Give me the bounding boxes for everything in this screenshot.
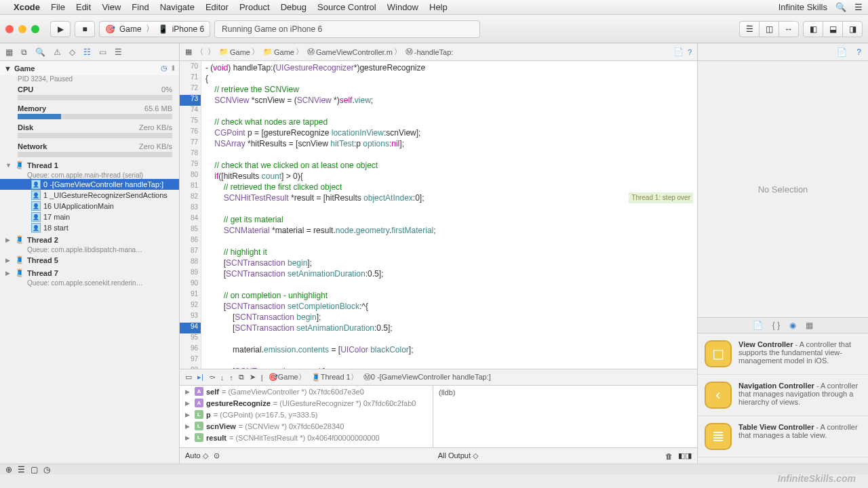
thread-row[interactable]: ▶ 🧵Thread 7	[0, 266, 179, 279]
library-item[interactable]: ◻ View Controller - A controller that su…	[698, 333, 868, 375]
file-inspector-tab-icon[interactable]: 📄	[837, 47, 847, 57]
scheme-app-icon: 🎯	[105, 24, 115, 34]
menu-source-control[interactable]: Source Control	[317, 2, 376, 12]
menubar-right-label: Infinite Skills	[778, 2, 827, 12]
run-button[interactable]: ▶	[50, 21, 71, 37]
library-item[interactable]: ≣ Table View Controller - A controller t…	[698, 416, 868, 458]
toggle-debug-button[interactable]: ⬓	[823, 21, 843, 37]
console-pane-toggle[interactable]: ◧◨	[678, 451, 692, 460]
menu-app[interactable]: Xcode	[14, 2, 40, 12]
media-lib-icon[interactable]: ▦	[806, 321, 813, 330]
stack-frame[interactable]: 👤1 _UIGestureRecognizerSendActions	[0, 190, 179, 201]
close-button[interactable]	[5, 25, 14, 33]
stack-frame[interactable]: 👤0 -[GameViewController handleTap:]	[0, 179, 179, 190]
code-editor[interactable]: 7071727374757677787980818283848586878889…	[180, 61, 697, 369]
project-header[interactable]: ▼ Game ◷ ⦀	[0, 61, 179, 75]
debug-crumb-thread[interactable]: Thread 1	[321, 373, 351, 381]
console-output-selector[interactable]: All Output ◇	[438, 451, 478, 460]
standard-editor-button[interactable]: ☰	[739, 21, 760, 37]
simulate-location-button[interactable]: ➤	[250, 373, 256, 382]
menu-help[interactable]: Help	[429, 2, 448, 12]
jump-bar[interactable]: ▦ 〈 〉 📁Game〉 📁Game〉 ⓂGameViewController.…	[180, 43, 697, 61]
variable-row[interactable]: ▶ A self = (GameViewController *) 0x7fdc…	[180, 386, 433, 397]
editor-area: ▦ 〈 〉 📁Game〉 📁Game〉 ⓂGameViewController.…	[180, 43, 697, 464]
scheme-selector[interactable]: 🎯 Game 〉 📱 iPhone 6	[99, 21, 210, 37]
report-nav-icon[interactable]: ☰	[115, 47, 122, 57]
jump-symbol[interactable]: -handleTap:	[414, 48, 454, 56]
stop-button[interactable]: ■	[75, 21, 95, 37]
stack-frame[interactable]: 👤17 main	[0, 211, 179, 222]
debug-nav-icon[interactable]: ☷	[83, 47, 91, 57]
jump-project[interactable]: Game	[230, 48, 250, 56]
quick-help-tab-icon[interactable]: ?	[856, 47, 861, 57]
gauge-memory[interactable]: Memory65.6 MB	[0, 102, 179, 121]
object-lib-icon[interactable]: ◉	[789, 321, 796, 330]
library-item[interactable]: ‹ Navigation Controller - A controller t…	[698, 375, 868, 416]
window-controls	[5, 25, 39, 33]
issue-nav-icon[interactable]: ⚠	[54, 47, 61, 57]
object-library[interactable]: ◻ View Controller - A controller that su…	[698, 333, 868, 464]
filter-icon[interactable]: ⊕	[5, 465, 12, 474]
step-out-button[interactable]: ↑	[229, 373, 233, 382]
forward-button[interactable]: 〉	[208, 47, 215, 57]
menubar: Xcode File Edit View Find Navigate Edito…	[0, 0, 868, 15]
clear-console-icon[interactable]: 🗑	[665, 452, 673, 460]
variable-row[interactable]: ▶ A gestureRecognize = (UIGestureRecogni…	[180, 397, 433, 409]
variable-row[interactable]: ▶ L scnView = (SCNView *) 0x7fdc60e28340	[180, 420, 433, 432]
thread-row[interactable]: ▶ 🧵Thread 5	[0, 253, 179, 266]
stack-frame[interactable]: 👤18 start	[0, 222, 179, 233]
gauge-network[interactable]: NetworkZero KB/s	[0, 140, 179, 159]
toggle-debug-view-icon[interactable]: ▭	[185, 373, 192, 382]
variables-scope-selector[interactable]: Auto ◇	[185, 451, 208, 460]
menu-edit[interactable]: Edit	[76, 2, 91, 12]
scope-icon[interactable]: ▢	[31, 465, 38, 474]
clock-icon[interactable]: ◷	[43, 465, 50, 474]
related-items-icon[interactable]: ▦	[185, 47, 192, 56]
spotlight-icon[interactable]: 🔍	[835, 2, 846, 12]
quick-help-icon[interactable]: ?	[688, 48, 692, 56]
jump-group[interactable]: Game	[274, 48, 294, 56]
variables-filter-icon[interactable]: ⊙	[214, 451, 220, 460]
notification-icon[interactable]: ☰	[854, 2, 863, 12]
zoom-button[interactable]	[31, 25, 39, 33]
variable-row[interactable]: ▶ L result = (SCNHitTestResult *) 0x4064…	[180, 432, 433, 443]
test-nav-icon[interactable]: ◇	[69, 47, 75, 57]
menu-window[interactable]: Window	[387, 2, 418, 12]
debug-view-hierarchy-button[interactable]: ⧉	[239, 373, 244, 382]
search-nav-icon[interactable]: 🔍	[35, 47, 45, 57]
menu-editor[interactable]: Editor	[205, 2, 229, 12]
outline-icon[interactable]: ☰	[18, 465, 25, 474]
file-inspector-icon[interactable]: 📄	[674, 47, 684, 56]
thread-row[interactable]: ▼ 🧵Thread 1	[0, 159, 179, 171]
toggle-inspector-button[interactable]: ◨	[842, 21, 863, 37]
jump-file[interactable]: GameViewController.m	[316, 48, 393, 56]
debug-crumb-process[interactable]: Game	[278, 373, 298, 381]
debug-crumb-frame[interactable]: 0 -[GameViewController handleTap:]	[371, 373, 491, 381]
symbol-nav-icon[interactable]: ⧉	[21, 47, 27, 57]
console-view[interactable]: (lldb)	[433, 386, 697, 447]
version-editor-button[interactable]: ↔	[778, 21, 799, 37]
file-template-lib-icon[interactable]: 📄	[753, 321, 763, 330]
breakpoint-nav-icon[interactable]: ▭	[99, 47, 106, 57]
menu-product[interactable]: Product	[239, 2, 270, 12]
project-nav-icon[interactable]: ▦	[5, 47, 13, 57]
variables-view[interactable]: ▶ A self = (GameViewController *) 0x7fdc…	[180, 386, 433, 447]
step-into-button[interactable]: ↓	[220, 373, 224, 382]
code-snippet-lib-icon[interactable]: { }	[772, 321, 780, 330]
thread-row[interactable]: ▶ 🧵Thread 2	[0, 233, 179, 246]
minimize-button[interactable]	[18, 25, 26, 33]
menu-navigate[interactable]: Navigate	[160, 2, 195, 12]
step-over-button[interactable]: ⤼	[209, 373, 215, 382]
menu-debug[interactable]: Debug	[281, 2, 307, 12]
continue-button[interactable]: ▸|	[197, 373, 203, 382]
menu-view[interactable]: View	[102, 2, 121, 12]
back-button[interactable]: 〈	[196, 47, 203, 57]
variable-row[interactable]: ▶ L p = (CGPoint) (x=167.5, y=333.5)	[180, 409, 433, 420]
toggle-navigator-button[interactable]: ◧	[803, 21, 823, 37]
gauge-cpu[interactable]: CPU0%	[0, 83, 179, 102]
gauge-disk[interactable]: DiskZero KB/s	[0, 121, 179, 140]
menu-file[interactable]: File	[51, 2, 65, 12]
stack-frame[interactable]: 👤16 UIApplicationMain	[0, 201, 179, 211]
assistant-editor-button[interactable]: ◫	[759, 21, 779, 37]
menu-find[interactable]: Find	[132, 2, 149, 12]
